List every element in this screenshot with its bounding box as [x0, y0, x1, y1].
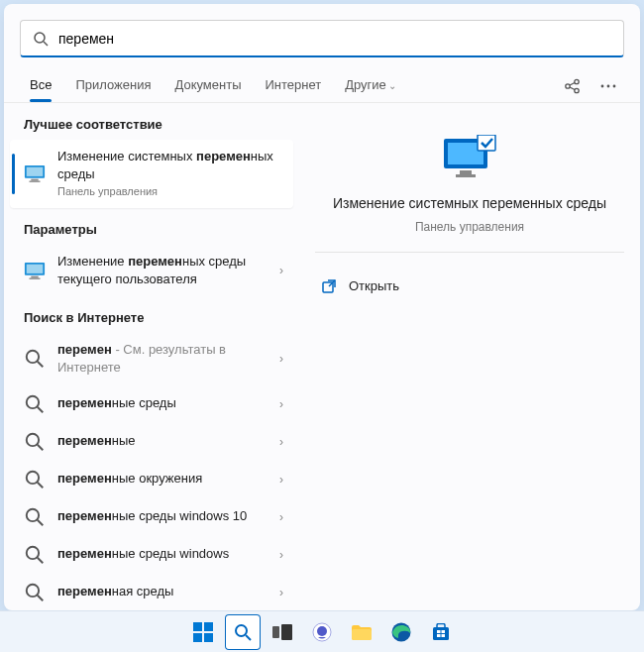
- best-match-result[interactable]: Изменение системных переменных среды Пан…: [10, 140, 293, 208]
- web-result-text: переменные среды windows: [57, 545, 275, 563]
- chevron-right-icon: ›: [275, 473, 287, 487]
- tab-apps[interactable]: Приложения: [65, 69, 161, 102]
- web-search-result[interactable]: переменные окружения›: [4, 461, 299, 498]
- svg-point-43: [236, 625, 247, 636]
- chevron-right-icon: ›: [275, 435, 287, 449]
- chevron-right-icon: ›: [275, 264, 287, 277]
- search-bar[interactable]: [20, 20, 624, 57]
- chevron-right-icon: ›: [275, 397, 287, 411]
- svg-point-18: [27, 351, 39, 363]
- svg-line-31: [38, 595, 44, 600]
- section-web-search: Поиск в Интернете: [4, 296, 299, 333]
- svg-rect-11: [27, 167, 43, 176]
- taskbar-start-button[interactable]: [185, 614, 221, 650]
- svg-point-24: [27, 471, 39, 483]
- web-search-result[interactable]: переменные среды windows›: [4, 536, 299, 574]
- monitor-icon: [24, 260, 46, 281]
- svg-rect-53: [437, 630, 441, 633]
- web-search-result[interactable]: переменные›: [4, 423, 299, 461]
- svg-rect-54: [442, 630, 446, 633]
- svg-rect-45: [272, 626, 279, 638]
- web-search-result[interactable]: переменная среды›: [4, 574, 299, 610]
- svg-rect-15: [27, 265, 43, 273]
- svg-line-23: [38, 444, 44, 450]
- svg-rect-56: [442, 634, 446, 637]
- svg-line-5: [570, 82, 575, 85]
- chevron-right-icon: ›: [275, 548, 287, 562]
- svg-point-0: [35, 33, 45, 43]
- more-options-icon[interactable]: [592, 70, 624, 102]
- tab-more[interactable]: Другие⌄: [335, 69, 406, 102]
- settings-result[interactable]: Изменение переменных среды текущего поль…: [4, 245, 299, 296]
- svg-rect-34: [460, 170, 472, 174]
- svg-line-44: [246, 635, 251, 640]
- open-action[interactable]: Открыть: [315, 271, 624, 302]
- detail-subtitle: Панель управления: [415, 220, 524, 234]
- web-search-result[interactable]: перемен - См. результаты в Интернете›: [4, 333, 299, 384]
- svg-line-6: [570, 87, 575, 90]
- tab-documents[interactable]: Документы: [164, 69, 251, 102]
- svg-rect-40: [204, 622, 213, 631]
- svg-line-19: [38, 362, 44, 368]
- search-icon: [24, 506, 46, 528]
- taskbar-edge-button[interactable]: [383, 614, 419, 650]
- svg-line-29: [38, 557, 44, 563]
- chevron-right-icon: ›: [275, 510, 287, 524]
- settings-result-text: Изменение переменных среды текущего поль…: [57, 253, 275, 288]
- search-icon: [24, 431, 46, 453]
- results-content: Лучшее соответствие Изменение системных …: [4, 103, 640, 610]
- chevron-right-icon: ›: [275, 352, 287, 366]
- svg-point-4: [575, 88, 579, 92]
- svg-rect-36: [478, 135, 495, 151]
- search-icon: [33, 31, 49, 47]
- web-result-text: переменная среды: [57, 583, 275, 600]
- svg-point-28: [27, 546, 39, 558]
- taskbar-taskview-button[interactable]: [265, 614, 300, 650]
- best-match-text: Изменение системных переменных среды Пан…: [57, 148, 281, 200]
- taskbar: [0, 610, 644, 652]
- svg-point-22: [27, 433, 39, 445]
- taskbar-search-button[interactable]: [225, 614, 261, 650]
- monitor-icon: [24, 163, 46, 184]
- search-icon: [24, 582, 46, 603]
- svg-point-48: [317, 626, 327, 636]
- svg-line-21: [38, 406, 44, 412]
- svg-rect-55: [437, 634, 441, 637]
- search-input[interactable]: [58, 31, 611, 47]
- taskbar-store-button[interactable]: [423, 614, 459, 650]
- svg-rect-35: [456, 174, 476, 177]
- search-icon: [24, 544, 46, 566]
- search-icon: [24, 469, 46, 490]
- detail-title: Изменение системных переменных среды: [325, 194, 614, 214]
- svg-point-8: [607, 84, 610, 87]
- monitor-check-icon: [442, 135, 497, 182]
- web-result-text: переменные среды windows 10: [57, 507, 275, 525]
- web-result-text: перемен - См. результаты в Интернете: [57, 341, 275, 377]
- svg-rect-52: [433, 627, 449, 640]
- svg-point-26: [27, 508, 39, 520]
- divider: [315, 252, 624, 253]
- web-search-result[interactable]: переменные среды windows 10›: [4, 498, 299, 536]
- taskbar-explorer-button[interactable]: [344, 614, 379, 650]
- svg-rect-16: [31, 275, 38, 277]
- start-search-window: Все Приложения Документы Интернет Другие…: [4, 4, 640, 610]
- svg-point-3: [575, 79, 579, 83]
- svg-rect-39: [193, 622, 202, 631]
- detail-pane: Изменение системных переменных среды Пан…: [299, 103, 640, 610]
- svg-rect-49: [352, 629, 372, 640]
- svg-point-7: [601, 84, 604, 87]
- svg-line-27: [38, 519, 44, 525]
- share-icon[interactable]: [557, 70, 589, 102]
- web-search-result[interactable]: переменные среды›: [4, 385, 299, 423]
- web-result-text: переменные: [57, 432, 275, 450]
- chevron-right-icon: ›: [275, 586, 287, 599]
- svg-line-1: [44, 42, 48, 46]
- tab-all[interactable]: Все: [20, 69, 61, 102]
- taskbar-chat-button[interactable]: [304, 614, 340, 650]
- svg-rect-12: [31, 179, 38, 181]
- svg-rect-46: [281, 624, 292, 640]
- section-best-match: Лучшее соответствие: [4, 103, 299, 140]
- tab-web[interactable]: Интернет: [255, 69, 331, 102]
- svg-rect-42: [204, 633, 213, 642]
- svg-line-38: [329, 280, 335, 286]
